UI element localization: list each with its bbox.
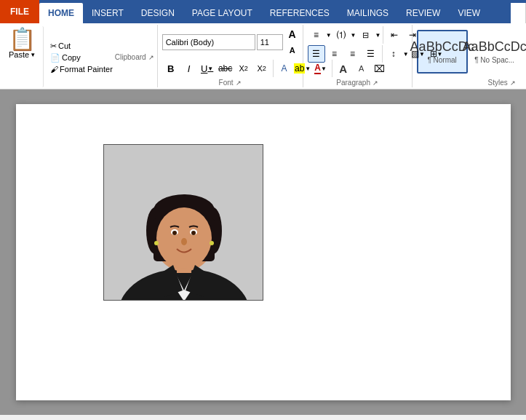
shading-button[interactable]: ▧ ▼ [410, 45, 427, 63]
portrait-svg [104, 145, 263, 301]
text-highlight-button[interactable]: ab ▼ [294, 60, 311, 77]
document-photo [103, 144, 263, 301]
paste-button[interactable]: 📋 Paste ▼ [4, 26, 44, 87]
decrease-indent-button[interactable]: ⇤ [386, 26, 403, 44]
align-right-button[interactable]: ≡ [344, 45, 362, 63]
clipboard-label: Clipboard ↗ [115, 26, 154, 87]
justify-button[interactable]: ☰ [362, 45, 380, 63]
numbering-dropdown[interactable]: ▼ [351, 32, 356, 39]
tab-insert[interactable]: INSERT [83, 3, 132, 23]
font-color-dropdown-icon[interactable]: ▼ [321, 66, 327, 72]
style-heading1[interactable]: AaBbCc Heading 1 [522, 30, 526, 74]
clipboard-expand-icon[interactable]: ↗ [148, 54, 154, 61]
copy-icon: 📄 [50, 53, 60, 63]
styles-label: Styles ↗ [417, 77, 526, 87]
subscript-button[interactable]: X2 [235, 60, 252, 77]
underline-dropdown-icon[interactable]: ▼ [207, 66, 213, 72]
style-nospace-label: ¶ No Spac... [474, 56, 514, 64]
bold-button[interactable]: B [162, 60, 180, 77]
format-painter-label: Format Painter [60, 65, 113, 74]
text-effect-button[interactable]: A [276, 60, 293, 77]
shading-dropdown[interactable]: ▼ [419, 51, 425, 58]
tab-design[interactable]: DESIGN [132, 3, 183, 23]
ribbon-main: 📋 Paste ▼ ✂ Cut 📄 Copy [0, 23, 526, 89]
editing-tab-label [511, 3, 526, 23]
font-group: Calibri (Body) 11 A A B I U [158, 25, 303, 87]
paragraph-group: ≡ ▼ ⑴ ▼ ⊟ ▼ ⇤ ⇥ A↓Z ¶ ☰ ≡ ≡ ☰ [303, 25, 413, 87]
font-expand-icon[interactable]: ↗ [236, 79, 242, 87]
font-name-input[interactable]: Calibri (Body) [162, 34, 255, 50]
font-label: Font ↗ [162, 77, 298, 87]
font-grow-button[interactable]: A [284, 26, 300, 42]
clipboard-group: 📋 Paste ▼ ✂ Cut 📄 Copy [0, 25, 158, 87]
cut-icon: ✂ [50, 41, 57, 51]
paste-dropdown-icon[interactable]: ▼ [30, 52, 36, 58]
ribbon-container: FILE HOME INSERT DESIGN PAGE LAYOUT REFE… [0, 0, 526, 90]
bullets-dropdown[interactable]: ▼ [326, 32, 332, 39]
multilevel-dropdown[interactable]: ▼ [375, 32, 380, 39]
svg-point-13 [191, 231, 196, 235]
line-spacing-button[interactable]: ↕ [385, 45, 402, 63]
svg-point-14 [181, 238, 187, 245]
document-page [16, 104, 511, 400]
font-size-input[interactable]: 11 [257, 34, 283, 50]
tab-bar: FILE HOME INSERT DESIGN PAGE LAYOUT REFE… [0, 0, 526, 23]
multilevel-button[interactable]: ⊟ [356, 26, 374, 44]
font-shrink-button[interactable]: A [284, 42, 300, 58]
border-dropdown[interactable]: ▼ [437, 51, 443, 58]
cut-button[interactable]: ✂ Cut [48, 41, 115, 52]
paragraph-label: Paragraph ↗ [308, 77, 407, 87]
document-area [0, 90, 526, 415]
line-spacing-dropdown[interactable]: ▼ [403, 51, 409, 58]
highlight-dropdown-icon[interactable]: ▼ [305, 66, 311, 72]
tab-review[interactable]: REVIEW [397, 3, 449, 23]
tab-file[interactable]: FILE [0, 0, 39, 23]
tab-view[interactable]: VIEW [449, 3, 489, 23]
format-painter-button[interactable]: 🖌 Format Painter [48, 64, 115, 74]
copy-button[interactable]: 📄 Copy [48, 52, 115, 63]
svg-point-12 [172, 231, 177, 235]
tab-home[interactable]: HOME [39, 3, 83, 23]
style-nospace[interactable]: AaBbCcDc ¶ No Spac... [469, 30, 520, 74]
border-button[interactable]: ⊞ ▼ [428, 45, 445, 63]
style-nospace-preview: AaBbCcDc [463, 39, 526, 55]
paste-icon: 📋 [9, 28, 36, 50]
copy-label: Copy [62, 53, 81, 62]
italic-button[interactable]: I [180, 60, 198, 77]
format-painter-icon: 🖌 [50, 65, 58, 74]
tab-references[interactable]: REFERENCES [261, 3, 338, 23]
tab-page-layout[interactable]: PAGE LAYOUT [183, 3, 261, 23]
paragraph-expand-icon[interactable]: ↗ [372, 79, 378, 87]
styles-expand-icon[interactable]: ↗ [510, 79, 516, 87]
underline-button[interactable]: U ▼ [199, 60, 216, 77]
paste-label: Paste [9, 50, 29, 59]
bullets-button[interactable]: ≡ [308, 26, 325, 44]
font-color-button[interactable]: A ▼ [312, 60, 330, 77]
strikethrough-button[interactable]: abc [217, 60, 234, 77]
superscript-button[interactable]: X2 [253, 60, 271, 77]
svg-point-15 [154, 241, 159, 245]
numbering-button[interactable]: ⑴ [332, 26, 350, 44]
svg-point-16 [210, 241, 214, 245]
tab-mailings[interactable]: MAILINGS [338, 3, 397, 23]
cut-label: Cut [58, 41, 71, 50]
font-grow-shrink: A A [284, 26, 300, 58]
